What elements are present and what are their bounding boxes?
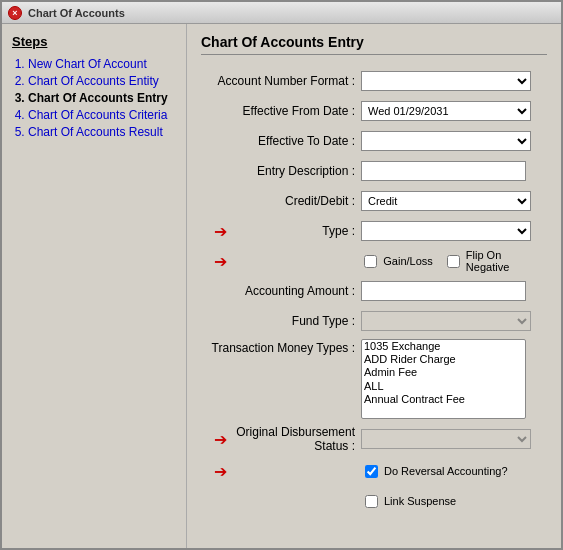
main-form: Chart Of Accounts Entry Account Number F… [187,24,561,548]
fund-type-select[interactable] [361,311,531,331]
effective-to-date-row: Effective To Date : [201,129,547,153]
sidebar-link-result[interactable]: Chart Of Accounts Result [28,125,163,139]
sidebar-item-entity[interactable]: Chart Of Accounts Entity [28,74,176,88]
window-icon: × [8,6,22,20]
link-suspense-row: Link Suspense [201,489,547,513]
original-disbursement-arrow-icon: ➔ [214,430,227,449]
entry-description-control [361,161,547,181]
sidebar-item-new-chart[interactable]: New Chart Of Account [28,57,176,71]
entry-description-row: Entry Description : [201,159,547,183]
link-suspense-area: Link Suspense [365,495,456,508]
transaction-money-types-row: Transaction Money Types : 1035 Exchange … [201,339,547,419]
type-control [361,221,547,241]
list-item[interactable]: Admin Fee [364,366,523,379]
gain-loss-checkbox[interactable] [364,255,377,268]
gain-loss-label: Gain/Loss [383,255,433,267]
do-reversal-label: Do Reversal Accounting? [384,465,508,477]
do-reversal-row: ➔ Do Reversal Accounting? [201,459,547,483]
account-number-format-label: Account Number Format : [201,74,361,88]
original-disbursement-label: Original Disbursement Status : [231,425,361,453]
sidebar-label-entry: Chart Of Accounts Entry [28,91,168,105]
sidebar-item-result[interactable]: Chart Of Accounts Result [28,125,176,139]
window-title: Chart Of Accounts [28,7,125,19]
form-title: Chart Of Accounts Entry [201,34,547,55]
entry-description-label: Entry Description : [201,164,361,178]
accounting-amount-control [361,281,547,301]
flip-on-negative-checkbox[interactable] [447,255,460,268]
list-item[interactable]: 1035 Exchange [364,340,523,353]
fund-type-label: Fund Type : [201,314,361,328]
sidebar-link-entity[interactable]: Chart Of Accounts Entity [28,74,159,88]
type-select[interactable] [361,221,531,241]
original-disbursement-control [361,429,547,449]
accounting-amount-input[interactable] [361,281,526,301]
original-disbursement-select[interactable] [361,429,531,449]
account-number-format-control [361,71,547,91]
type-row: ➔ Type : [201,219,547,243]
gain-loss-checkboxes: Gain/Loss Flip On Negative [364,249,547,273]
type-arrow-icon: ➔ [214,222,227,241]
type-label: Type : [231,224,361,238]
sidebar-item-criteria[interactable]: Chart Of Accounts Criteria [28,108,176,122]
flip-on-negative-label: Flip On Negative [466,249,547,273]
effective-from-date-label: Effective From Date : [201,104,361,118]
gain-loss-arrow-icon: ➔ [214,252,227,271]
effective-to-date-select[interactable] [361,131,531,151]
effective-to-date-label: Effective To Date : [201,134,361,148]
credit-debit-control: Credit Debit [361,191,547,211]
do-reversal-checkboxes: Do Reversal Accounting? [365,465,508,478]
title-bar: × Chart Of Accounts [2,2,561,24]
sidebar-link-new-chart[interactable]: New Chart Of Account [28,57,147,71]
effective-from-date-row: Effective From Date : Wed 01/29/2031 [201,99,547,123]
sidebar: Steps New Chart Of Account Chart Of Acco… [2,24,187,548]
list-item[interactable]: Annual Contract Fee [364,393,523,406]
entry-description-input[interactable] [361,161,526,181]
accounting-amount-label: Accounting Amount : [201,284,361,298]
sidebar-heading: Steps [12,34,176,49]
link-suspense-checkbox[interactable] [365,495,378,508]
effective-to-date-control [361,131,547,151]
account-number-format-row: Account Number Format : [201,69,547,93]
sidebar-item-entry[interactable]: Chart Of Accounts Entry [28,91,176,105]
content-area: Steps New Chart Of Account Chart Of Acco… [2,24,561,548]
credit-debit-row: Credit/Debit : Credit Debit [201,189,547,213]
fund-type-row: Fund Type : [201,309,547,333]
original-disbursement-row: ➔ Original Disbursement Status : [201,425,547,453]
account-number-format-select[interactable] [361,71,531,91]
main-window: × Chart Of Accounts Steps New Chart Of A… [0,0,563,550]
list-item[interactable]: ADD Rider Charge [364,353,523,366]
fund-type-control [361,311,547,331]
credit-debit-label: Credit/Debit : [201,194,361,208]
gain-loss-row: ➔ Gain/Loss Flip On Negative [201,249,547,273]
link-suspense-label: Link Suspense [384,495,456,507]
effective-from-date-control: Wed 01/29/2031 [361,101,547,121]
transaction-money-types-control: 1035 Exchange ADD Rider Charge Admin Fee… [361,339,547,419]
effective-from-date-select[interactable]: Wed 01/29/2031 [361,101,531,121]
reversal-arrow-icon: ➔ [214,462,227,481]
accounting-amount-row: Accounting Amount : [201,279,547,303]
transaction-money-types-listbox[interactable]: 1035 Exchange ADD Rider Charge Admin Fee… [361,339,526,419]
credit-debit-select[interactable]: Credit Debit [361,191,531,211]
do-reversal-checkbox[interactable] [365,465,378,478]
steps-list: New Chart Of Account Chart Of Accounts E… [12,57,176,139]
list-item[interactable]: ALL [364,380,523,393]
sidebar-link-criteria[interactable]: Chart Of Accounts Criteria [28,108,167,122]
transaction-money-types-label: Transaction Money Types : [201,339,361,355]
